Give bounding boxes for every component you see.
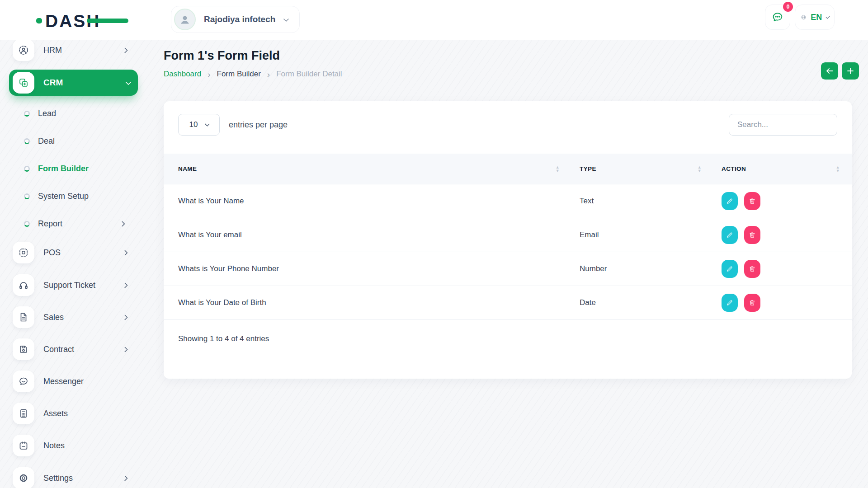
breadcrumb: Dashboard › Form Builder › Form Builder …	[164, 70, 342, 79]
entries-summary: Showing 1 to 4 of 4 entries	[178, 334, 269, 343]
sort-icon: ▲▼	[836, 165, 840, 173]
column-label: ACTION	[722, 165, 746, 172]
top-header: DASH Rajodiya infotech 0 EN	[0, 0, 868, 40]
chevron-down-icon	[826, 14, 830, 19]
bullet-icon	[24, 193, 30, 199]
sidebar-item-label: System Setup	[38, 192, 89, 201]
sidebar-item-label: Deal	[38, 136, 55, 146]
sidebar-item-label: Support Ticket	[43, 281, 95, 290]
company-selector[interactable]: Rajodiya infotech	[171, 6, 300, 33]
sidebar-item-deal[interactable]: Deal	[9, 131, 138, 151]
pencil-icon	[726, 265, 734, 273]
trash-icon	[748, 197, 756, 205]
breadcrumb-separator-icon: ›	[208, 70, 210, 79]
sidebar-item-label: Messenger	[43, 377, 84, 386]
trash-icon	[748, 265, 756, 273]
breadcrumb-separator-icon: ›	[267, 70, 270, 79]
breadcrumb-form-builder-link[interactable]: Form Builder	[217, 70, 261, 79]
add-form-field-button[interactable]	[842, 62, 859, 80]
document-icon	[13, 306, 34, 328]
trash-icon	[748, 231, 756, 239]
sidebar-item-label: Notes	[43, 441, 65, 450]
chevron-down-icon	[205, 122, 210, 127]
bullet-icon	[24, 138, 30, 144]
delete-button[interactable]	[744, 226, 760, 244]
sidebar-item-system-setup[interactable]: System Setup	[9, 186, 138, 206]
sidebar-item-hrm[interactable]: HRM	[9, 40, 138, 63]
entries-per-page-value: 10	[189, 120, 198, 129]
sidebar-item-settings[interactable]: Settings	[9, 465, 138, 488]
sidebar-item-report[interactable]: Report	[9, 214, 138, 234]
table-header-row: NAME ▲▼ TYPE ▲▼ ACTION ▲▼	[164, 154, 852, 184]
hrm-icon	[13, 40, 34, 61]
pencil-icon	[726, 299, 734, 307]
sort-icon: ▲▼	[698, 165, 702, 173]
column-header-type[interactable]: TYPE ▲▼	[565, 154, 707, 184]
sidebar-item-label: Contract	[43, 345, 74, 354]
chevron-down-icon	[126, 79, 132, 85]
main-content: Form 1's Form Field Dashboard › Form Bui…	[149, 40, 868, 488]
edit-button[interactable]	[722, 294, 738, 312]
company-name: Rajodiya infotech	[204, 14, 275, 24]
messages-button[interactable]: 0	[765, 5, 790, 30]
sidebar-item-messenger[interactable]: Messenger	[9, 369, 138, 394]
form-fields-table: NAME ▲▼ TYPE ▲▼ ACTION ▲▼ What is Your N…	[164, 154, 852, 320]
chat-bubble-icon	[771, 11, 784, 23]
sidebar-item-label: Sales	[43, 313, 64, 322]
sidebar-item-label: Lead	[38, 109, 56, 118]
action-cell	[707, 192, 852, 210]
crm-icon	[13, 72, 34, 94]
sidebar-item-notes[interactable]: Notes	[9, 433, 138, 458]
delete-button[interactable]	[744, 260, 760, 278]
entries-per-page-select[interactable]: 10	[178, 114, 220, 136]
sidebar-item-assets[interactable]: Assets	[9, 401, 138, 426]
edit-button[interactable]	[722, 260, 738, 278]
form-fields-card: 10 entries per page NAME ▲▼ TYPE ▲▼ ACTI…	[164, 101, 852, 379]
sidebar-item-lead[interactable]: Lead	[9, 103, 138, 123]
trash-icon	[748, 299, 756, 307]
action-cell	[707, 226, 852, 244]
delete-button[interactable]	[744, 294, 760, 312]
sidebar-item-crm[interactable]: CRM	[9, 70, 138, 96]
action-cell	[707, 294, 852, 312]
app-logo: DASH	[36, 11, 101, 31]
pos-icon	[13, 242, 34, 263]
floppy-disk-icon	[13, 338, 34, 360]
edit-button[interactable]	[722, 192, 738, 210]
chevron-right-icon	[122, 347, 128, 352]
page-actions	[821, 62, 859, 80]
sidebar-item-form-builder[interactable]: Form Builder	[9, 159, 138, 178]
breadcrumb-dashboard-link[interactable]: Dashboard	[164, 70, 201, 79]
pencil-icon	[726, 197, 734, 205]
chevron-right-icon	[119, 221, 125, 227]
person-icon	[178, 13, 192, 26]
chevron-right-icon	[122, 282, 128, 288]
language-selector[interactable]: EN	[795, 5, 835, 30]
chevron-right-icon	[122, 47, 128, 53]
delete-button[interactable]	[744, 192, 760, 210]
sidebar-item-pos[interactable]: POS	[9, 240, 138, 265]
column-header-action[interactable]: ACTION ▲▼	[707, 154, 852, 184]
field-name-cell: What is Your Name	[164, 197, 565, 206]
chevron-down-icon	[283, 16, 289, 22]
sidebar-item-label: HRM	[43, 46, 62, 55]
gear-icon	[13, 467, 34, 488]
field-type-cell: Text	[565, 197, 707, 206]
sidebar-item-support-ticket[interactable]: Support Ticket	[9, 272, 138, 298]
chevron-right-icon	[122, 475, 128, 481]
language-code: EN	[811, 13, 822, 22]
sort-icon: ▲▼	[556, 165, 560, 173]
edit-button[interactable]	[722, 226, 738, 244]
logo-dot-icon	[36, 18, 42, 23]
search-input[interactable]	[729, 114, 837, 136]
sidebar-item-sales[interactable]: Sales	[9, 305, 138, 330]
table-row: Whats is Your Phone Number Number	[164, 252, 852, 286]
sidebar-item-contract[interactable]: Contract	[9, 337, 138, 362]
messenger-icon	[13, 371, 34, 392]
column-header-name[interactable]: NAME ▲▼	[164, 154, 565, 184]
table-row: What is Your Date of Birth Date	[164, 286, 852, 320]
table-row: What is Your email Email	[164, 218, 852, 252]
sidebar-item-label: CRM	[43, 78, 63, 88]
logo-bar-icon	[87, 19, 128, 23]
back-button[interactable]	[821, 62, 838, 80]
